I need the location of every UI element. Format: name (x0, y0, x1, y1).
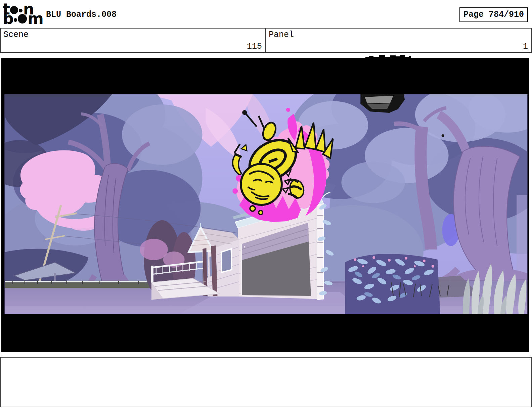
logo-dot-icon (18, 14, 27, 24)
board-title: BLU Boards.008 (46, 10, 117, 19)
storyboard-panel (1, 58, 529, 352)
scene-cell: Scene 115 (1, 29, 266, 52)
logo-letter-b: b (3, 13, 13, 24)
panel-label: Panel (269, 30, 294, 40)
letterbox-bottom (1, 314, 529, 352)
panel-value: 1 (523, 42, 528, 51)
scene-value: 115 (247, 42, 262, 51)
caption-box (0, 357, 532, 407)
storyboard-page: t n b m BLU Boards.008 Page 784/910 Scen… (0, 0, 532, 411)
panel-cell: Panel 1 (266, 29, 531, 52)
scene-label: Scene (3, 30, 29, 40)
ink-speck (442, 134, 444, 137)
letterbox-top (1, 58, 529, 94)
page-number-badge: Page 784/910 (459, 7, 528, 22)
scene-panel-table: Scene 115 Panel 1 (0, 28, 532, 53)
logo-dot-icon (19, 9, 23, 12)
toonboom-logo-row2: b m (3, 13, 43, 24)
logo-letter-m: m (28, 13, 43, 24)
panel-drawing (5, 94, 527, 314)
storyboard-artwork (4, 94, 528, 314)
logo-dot-icon (14, 18, 17, 22)
toonboom-logo: t n b m (3, 3, 43, 26)
